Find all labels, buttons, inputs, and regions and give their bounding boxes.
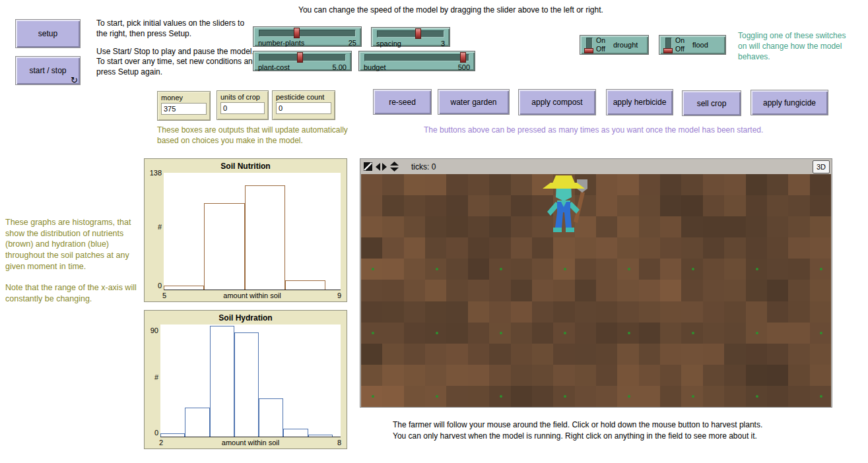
plant-cost-slider[interactable]: plant-cost 5.00 xyxy=(253,51,352,71)
soil-patch xyxy=(639,195,660,216)
soil-patch xyxy=(703,237,724,259)
drought-switch[interactable]: On Off drought xyxy=(580,35,649,55)
soil-patch xyxy=(660,365,681,386)
sell-crop-button[interactable]: sell crop xyxy=(682,90,741,116)
soil-patch xyxy=(746,365,767,386)
soil-patch xyxy=(681,365,702,386)
soil-patch xyxy=(681,195,702,216)
soil-patch xyxy=(511,216,532,237)
soil-patch xyxy=(404,344,425,365)
soil-patch xyxy=(617,216,638,237)
soil-patch xyxy=(724,237,745,259)
soil-patch xyxy=(788,301,809,323)
soil-patch xyxy=(446,365,467,386)
plant-seedling xyxy=(692,332,694,334)
soil-patch xyxy=(724,386,745,407)
soil-patch xyxy=(724,344,745,365)
setup-button[interactable]: setup xyxy=(15,19,81,48)
number-plants-slider[interactable]: number-plants 25 xyxy=(253,26,362,47)
soil-patch xyxy=(511,280,532,301)
apply-fungicide-button[interactable]: apply fungicide xyxy=(751,90,828,115)
soil-patch xyxy=(425,174,446,195)
soil-patch xyxy=(681,237,702,259)
plot-area xyxy=(160,324,341,437)
soil-patch xyxy=(382,237,403,259)
water-garden-button[interactable]: water garden xyxy=(438,89,510,115)
world-view[interactable]: ticks: 0 3D xyxy=(360,158,832,408)
slider-label: spacing xyxy=(376,40,401,47)
slider-handle[interactable] xyxy=(460,52,466,63)
soil-patch xyxy=(382,195,403,216)
soil-patch xyxy=(489,174,510,195)
histograms-note: These graphs are histograms, that show t… xyxy=(5,217,142,304)
soil-patch xyxy=(575,237,596,259)
soil-patch xyxy=(703,323,724,344)
start-stop-button-label: start / stop xyxy=(29,66,66,75)
flood-switch[interactable]: On Off flood xyxy=(659,35,726,55)
start-stop-button[interactable]: start / stop ↻ xyxy=(15,56,81,85)
monitor-label: money xyxy=(161,94,207,102)
histogram-bar xyxy=(204,203,244,290)
soil-patch xyxy=(511,344,532,365)
soil-field[interactable] xyxy=(361,174,831,407)
button-label: sell crop xyxy=(697,99,727,108)
soil-patch xyxy=(446,174,467,195)
slider-handle[interactable] xyxy=(297,52,303,63)
slider-track[interactable] xyxy=(364,54,469,61)
soil-patch xyxy=(724,323,745,344)
slider-track[interactable] xyxy=(377,30,444,38)
switch-handle[interactable] xyxy=(663,48,673,53)
soil-patch xyxy=(532,237,553,259)
soil-patch xyxy=(404,216,425,237)
apply-compost-button[interactable]: apply compost xyxy=(518,89,596,115)
apply-herbicide-button[interactable]: apply herbicide xyxy=(606,89,673,115)
plant-seedling xyxy=(500,395,502,398)
slider-handle[interactable] xyxy=(415,28,421,39)
budget-slider[interactable]: budget 500 xyxy=(358,51,475,71)
switch-name: drought xyxy=(613,41,638,49)
y-axis-label: # xyxy=(146,373,158,381)
re-seed-button[interactable]: re-seed xyxy=(373,89,432,115)
soil-patch xyxy=(575,280,596,301)
soil-patch xyxy=(446,280,467,301)
histogram-bar xyxy=(308,435,333,437)
switch-slot[interactable] xyxy=(586,38,593,53)
slider-track[interactable] xyxy=(259,30,356,37)
slider-label: plant-cost xyxy=(258,63,290,71)
soil-patch xyxy=(382,386,403,407)
slider-value: 25 xyxy=(349,39,356,47)
slider-handle[interactable] xyxy=(294,28,300,38)
switch-handle[interactable] xyxy=(584,48,593,53)
3d-button[interactable]: 3D xyxy=(813,160,830,173)
x-axis-max-label: 9 xyxy=(337,292,341,299)
soil-patch xyxy=(703,280,724,301)
instructions-paragraph-1: To start, pick initial values on the sli… xyxy=(96,18,257,40)
soil-patch xyxy=(767,323,788,344)
soil-patch xyxy=(810,301,831,323)
soil-patch xyxy=(810,365,831,386)
field-help-note: The farmer will follow your mouse around… xyxy=(393,419,762,441)
soil-patch xyxy=(639,323,660,344)
soil-patch xyxy=(425,195,446,216)
soil-patch xyxy=(810,237,831,259)
spacing-slider[interactable]: spacing 3 xyxy=(371,27,450,47)
soil-patch xyxy=(703,195,724,216)
plot-area xyxy=(164,173,341,290)
plant-seedling xyxy=(628,332,630,334)
slider-track[interactable] xyxy=(259,54,346,61)
x-axis-max-label: 8 xyxy=(337,439,341,447)
switch-slot[interactable] xyxy=(665,38,672,53)
soil-patch xyxy=(746,280,767,301)
soil-patch xyxy=(703,386,724,407)
farmer-sprite[interactable] xyxy=(537,174,590,240)
slider-value: 5.00 xyxy=(333,63,347,71)
soil-patch xyxy=(489,280,510,301)
x-axis-label: amount within soil xyxy=(160,439,341,447)
y-axis-max-label: 138 xyxy=(146,169,162,177)
soil-patch xyxy=(575,344,596,365)
soil-patch xyxy=(468,365,489,386)
soil-patch xyxy=(660,174,681,195)
soil-patch xyxy=(617,237,638,259)
monitor-label: units of crop xyxy=(220,93,265,101)
soil-patch xyxy=(361,195,382,216)
